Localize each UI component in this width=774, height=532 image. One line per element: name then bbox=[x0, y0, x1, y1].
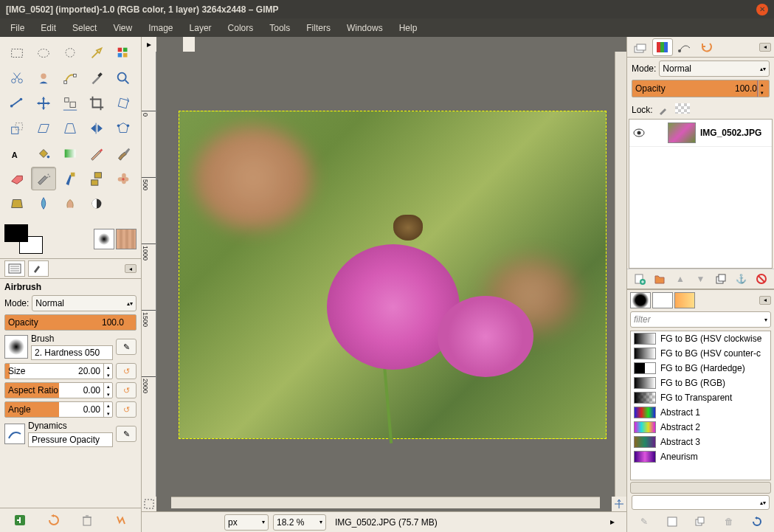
menu-view[interactable]: View bbox=[106, 20, 139, 36]
canvas-image[interactable] bbox=[179, 111, 607, 439]
refresh-gradient-icon[interactable] bbox=[750, 514, 764, 529]
bucket-fill-tool[interactable] bbox=[31, 142, 56, 165]
navigation-icon[interactable] bbox=[612, 497, 626, 511]
brush-name-field[interactable]: 2. Hardness 050 bbox=[31, 345, 113, 360]
heal-tool[interactable] bbox=[111, 167, 136, 190]
cage-tool[interactable] bbox=[111, 117, 136, 140]
configure-tab-icon-2[interactable]: ◂ bbox=[759, 296, 771, 305]
reset-preset-icon[interactable] bbox=[112, 511, 130, 529]
angle-reset-icon[interactable]: ↺ bbox=[116, 401, 137, 418]
close-icon[interactable]: ✕ bbox=[756, 4, 768, 15]
active-brush-indicator[interactable] bbox=[94, 229, 114, 249]
menu-help[interactable]: Help bbox=[392, 20, 425, 36]
brush-edit-icon[interactable]: ✎ bbox=[116, 339, 137, 355]
save-preset-icon[interactable] bbox=[11, 511, 29, 529]
zoom-combo[interactable]: 18.2 %▾ bbox=[273, 514, 326, 531]
perspective-tool[interactable] bbox=[58, 117, 83, 140]
gradient-item[interactable]: FG to BG (HSV clockwise bbox=[631, 331, 770, 346]
blur-tool[interactable] bbox=[31, 192, 56, 215]
restore-preset-icon[interactable] bbox=[45, 511, 63, 529]
fg-bg-colors[interactable] bbox=[4, 224, 43, 254]
gradient-spacing[interactable]: ▴▾ bbox=[632, 495, 770, 510]
opacity-slider[interactable]: Opacity 100.0 ▴▾ bbox=[4, 314, 137, 331]
aspect-reset-icon[interactable]: ↺ bbox=[116, 382, 137, 398]
ink-tool[interactable] bbox=[58, 167, 83, 190]
fuzzy-select-tool[interactable] bbox=[84, 41, 109, 65]
mode-combo[interactable]: Normal▴▾ bbox=[32, 295, 137, 311]
cancel-icon[interactable]: ▸ bbox=[610, 517, 622, 528]
active-pattern-indicator[interactable] bbox=[116, 229, 137, 249]
crop-tool[interactable] bbox=[84, 91, 109, 115]
measure-tool[interactable] bbox=[4, 91, 30, 115]
new-gradient-icon[interactable] bbox=[665, 514, 680, 529]
menu-edit[interactable]: Edit bbox=[33, 20, 63, 36]
angle-slider[interactable]: Angle 0.00 ▴▾ bbox=[4, 401, 113, 418]
unit-combo[interactable]: px▾ bbox=[224, 514, 269, 531]
undo-tab-icon[interactable] bbox=[697, 38, 717, 56]
lock-pixels-icon[interactable] bbox=[657, 104, 671, 116]
scissors-tool[interactable] bbox=[4, 66, 30, 90]
patterns-tab-icon[interactable] bbox=[652, 292, 673, 308]
dynamics-field[interactable]: Pressure Opacity bbox=[28, 432, 113, 447]
menu-file[interactable]: File bbox=[3, 20, 32, 36]
rect-select-tool[interactable] bbox=[4, 41, 30, 65]
size-slider[interactable]: Size 20.00 ▴▾ bbox=[4, 363, 113, 379]
airbrush-tool[interactable] bbox=[31, 167, 56, 190]
menu-tools[interactable]: Tools bbox=[262, 20, 297, 36]
layers-opacity-slider[interactable]: Opacity 100.0 ▴▾ bbox=[632, 80, 770, 97]
gradient-item[interactable]: FG to BG (RGB) bbox=[631, 376, 770, 390]
visibility-icon[interactable] bbox=[632, 126, 646, 139]
menu-layer[interactable]: Layer bbox=[182, 20, 219, 36]
gradient-item[interactable]: Abstract 2 bbox=[631, 420, 770, 435]
perspective-clone-tool[interactable] bbox=[4, 192, 30, 215]
layers-tab-icon[interactable] bbox=[630, 38, 651, 56]
fg-color-swatch[interactable] bbox=[4, 224, 28, 242]
move-tool[interactable] bbox=[31, 91, 56, 115]
flip-tool[interactable] bbox=[84, 117, 109, 140]
gradients-scrollbar[interactable] bbox=[630, 482, 771, 494]
scrollbar-vertical[interactable] bbox=[615, 52, 626, 497]
by-color-select-tool[interactable] bbox=[111, 41, 136, 65]
zoom-tool[interactable] bbox=[111, 66, 136, 90]
delete-layer-icon[interactable] bbox=[754, 272, 769, 286]
paths-tool[interactable] bbox=[58, 66, 83, 90]
device-status-icon[interactable] bbox=[28, 260, 49, 277]
menu-filters[interactable]: Filters bbox=[299, 20, 338, 36]
menu-select[interactable]: Select bbox=[65, 20, 104, 36]
dynamics-thumbnail[interactable] bbox=[4, 424, 25, 444]
edit-gradient-icon[interactable]: ✎ bbox=[637, 514, 652, 529]
aspect-slider[interactable]: Aspect Ratio 0.00 ▴▾ bbox=[4, 382, 113, 398]
shear-tool[interactable] bbox=[31, 117, 56, 140]
brushes-tab-icon[interactable] bbox=[630, 292, 651, 308]
channels-tab-icon[interactable] bbox=[652, 38, 673, 56]
canvas-viewport[interactable] bbox=[156, 52, 615, 497]
blend-tool[interactable] bbox=[58, 142, 83, 165]
ellipse-select-tool[interactable] bbox=[31, 41, 56, 65]
anchor-layer-icon[interactable]: ⚓ bbox=[734, 272, 749, 286]
gradient-item[interactable]: FG to Transparent bbox=[631, 390, 770, 405]
gradient-filter[interactable]: filter▾ bbox=[630, 311, 771, 328]
duplicate-layer-icon[interactable] bbox=[713, 272, 728, 286]
ruler-vertical[interactable]: 0 500 1000 1500 2000 bbox=[142, 52, 156, 497]
pencil-tool[interactable] bbox=[84, 142, 109, 165]
text-tool[interactable]: A bbox=[4, 142, 30, 165]
layers-mode-combo[interactable]: Normal▴▾ bbox=[659, 61, 770, 77]
smudge-tool[interactable] bbox=[58, 192, 83, 215]
dynamics-edit-icon[interactable]: ✎ bbox=[116, 426, 137, 442]
eraser-tool[interactable] bbox=[4, 167, 30, 190]
layer-thumbnail[interactable] bbox=[668, 122, 696, 143]
scrollbar-horizontal[interactable] bbox=[171, 497, 600, 508]
lower-layer-icon[interactable]: ▼ bbox=[693, 272, 708, 286]
gradient-item[interactable]: FG to BG (Hardedge) bbox=[631, 361, 770, 376]
duplicate-gradient-icon[interactable] bbox=[693, 514, 708, 529]
align-tool[interactable] bbox=[58, 91, 83, 115]
brush-thumbnail[interactable] bbox=[4, 335, 28, 359]
menu-windows[interactable]: Windows bbox=[339, 20, 390, 36]
gradient-item[interactable]: Abstract 3 bbox=[631, 435, 770, 449]
configure-tab-icon[interactable]: ◂ bbox=[125, 264, 137, 273]
quickmask-icon[interactable] bbox=[142, 497, 156, 511]
rotate-tool[interactable] bbox=[111, 91, 136, 115]
layer-name[interactable]: IMG_0502.JPG bbox=[700, 128, 761, 138]
clone-tool[interactable] bbox=[84, 167, 109, 190]
new-group-icon[interactable] bbox=[652, 272, 667, 286]
